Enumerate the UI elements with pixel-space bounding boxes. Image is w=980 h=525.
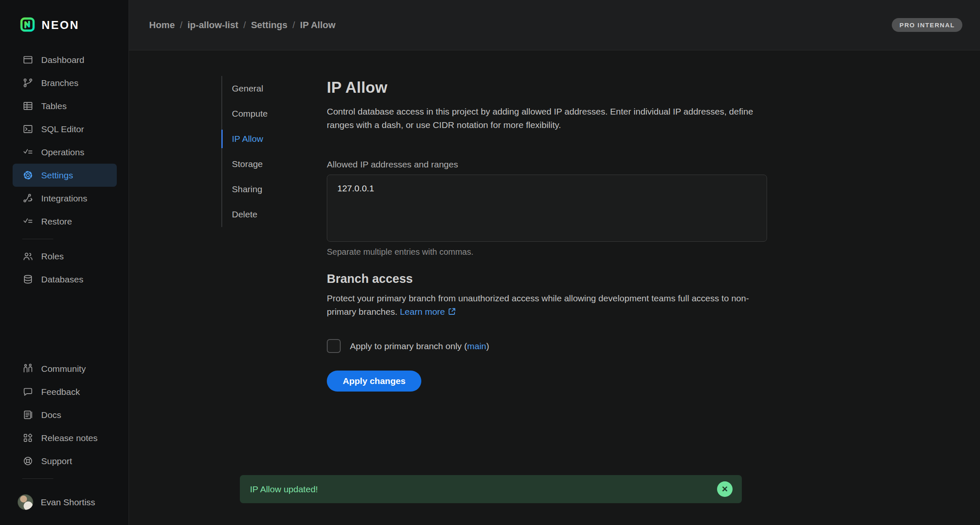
settings-page: General Compute IP Allow Storage Sharing… bbox=[129, 50, 980, 525]
tab-delete[interactable]: Delete bbox=[222, 202, 327, 227]
plan-badge: PRO INTERNAL bbox=[892, 18, 962, 32]
settings-sub-nav: General Compute IP Allow Storage Sharing… bbox=[221, 76, 327, 227]
sidebar-divider bbox=[22, 478, 53, 479]
user-menu[interactable]: Evan Shortiss bbox=[18, 494, 129, 510]
neon-logo-icon bbox=[20, 17, 35, 34]
sidebar-item-databases[interactable]: Databases bbox=[13, 268, 117, 291]
tab-compute[interactable]: Compute bbox=[222, 101, 327, 126]
lifebuoy-icon bbox=[22, 455, 34, 467]
tab-sharing[interactable]: Sharing bbox=[222, 177, 327, 202]
sidebar-item-branches[interactable]: Branches bbox=[13, 71, 117, 94]
integrations-icon bbox=[22, 193, 34, 204]
tab-storage[interactable]: Storage bbox=[222, 151, 327, 177]
tab-ip-allow[interactable]: IP Allow bbox=[222, 126, 327, 151]
sidebar-item-integrations[interactable]: Integrations bbox=[13, 187, 117, 210]
ip-field-label: Allowed IP addresses and ranges bbox=[327, 159, 767, 170]
sidebar-item-support[interactable]: Support bbox=[13, 449, 117, 473]
speech-bubble-icon bbox=[22, 386, 34, 397]
top-header: Home / ip-allow-list / Settings / IP All… bbox=[129, 0, 980, 50]
main-branch-link[interactable]: main bbox=[467, 341, 486, 351]
sidebar-item-docs[interactable]: Docs bbox=[13, 403, 117, 426]
restore-icon bbox=[22, 216, 34, 227]
branch-access-title: Branch access bbox=[327, 272, 767, 286]
sidebar-item-sql-editor[interactable]: SQL Editor bbox=[13, 118, 117, 141]
sidebar-item-release-notes[interactable]: Release notes bbox=[13, 426, 117, 449]
user-name: Evan Shortiss bbox=[41, 497, 95, 507]
breadcrumb-ip-allow: IP Allow bbox=[300, 20, 335, 31]
page-description: Control database access in this project … bbox=[327, 105, 767, 132]
toast-message: IP Allow updated! bbox=[250, 484, 318, 494]
sidebar-spacer bbox=[0, 291, 129, 357]
main-column: Home / ip-allow-list / Settings / IP All… bbox=[129, 0, 980, 525]
primary-branch-checkbox[interactable] bbox=[327, 339, 341, 353]
ip-allow-panel: IP Allow Control database access in this… bbox=[327, 79, 767, 525]
sidebar-item-restore[interactable]: Restore bbox=[13, 210, 117, 233]
release-notes-icon bbox=[22, 432, 34, 444]
toast-close-button[interactable]: ✕ bbox=[717, 481, 733, 497]
database-icon bbox=[22, 274, 34, 285]
sidebar-secondary-nav: Roles Databases bbox=[0, 245, 129, 291]
document-icon bbox=[22, 409, 34, 421]
apply-changes-button[interactable]: Apply changes bbox=[327, 371, 421, 392]
external-link-icon bbox=[447, 306, 456, 320]
breadcrumb: Home / ip-allow-list / Settings / IP All… bbox=[149, 20, 336, 31]
learn-more-link[interactable]: Learn more bbox=[400, 307, 445, 316]
community-icon bbox=[22, 363, 34, 374]
branches-icon bbox=[22, 77, 34, 89]
page-title: IP Allow bbox=[327, 79, 767, 97]
gear-icon bbox=[22, 170, 34, 181]
ip-addresses-textarea[interactable]: 127.0.0.1 bbox=[327, 175, 767, 242]
breadcrumb-settings[interactable]: Settings bbox=[251, 20, 287, 31]
operations-icon bbox=[22, 146, 34, 158]
sidebar-item-roles[interactable]: Roles bbox=[13, 245, 117, 268]
sidebar-item-community[interactable]: Community bbox=[13, 357, 117, 380]
breadcrumb-separator: / bbox=[243, 20, 246, 31]
primary-branch-checkbox-label: Apply to primary branch only (main) bbox=[350, 341, 489, 351]
sidebar-main-nav: Dashboard Branches Tables SQL Editor Ope… bbox=[0, 48, 129, 233]
brand-name: NEON bbox=[42, 19, 79, 32]
success-toast: IP Allow updated! ✕ bbox=[240, 475, 742, 503]
avatar bbox=[18, 494, 33, 510]
app-window: NEON Dashboard Branches Tables SQL Edito… bbox=[0, 0, 980, 525]
sidebar: NEON Dashboard Branches Tables SQL Edito… bbox=[0, 0, 129, 525]
tables-icon bbox=[22, 100, 34, 112]
tab-general[interactable]: General bbox=[222, 76, 327, 101]
ip-field-helper: Separate multiple entries with commas. bbox=[327, 247, 767, 257]
sidebar-divider bbox=[22, 239, 53, 239]
sidebar-item-settings[interactable]: Settings bbox=[13, 164, 117, 187]
brand-logo[interactable]: NEON bbox=[20, 16, 129, 34]
sidebar-footer-nav: Community Feedback Docs Release notes Su… bbox=[0, 357, 129, 473]
breadcrumb-project[interactable]: ip-allow-list bbox=[187, 20, 238, 31]
branch-access-description: Protect your primary branch from unautho… bbox=[327, 292, 767, 320]
sql-editor-icon bbox=[22, 123, 34, 135]
sidebar-item-dashboard[interactable]: Dashboard bbox=[13, 48, 117, 71]
sidebar-item-feedback[interactable]: Feedback bbox=[13, 380, 117, 403]
close-icon: ✕ bbox=[722, 485, 728, 493]
sidebar-item-operations[interactable]: Operations bbox=[13, 141, 117, 164]
users-icon bbox=[22, 251, 34, 262]
breadcrumb-separator: / bbox=[292, 20, 295, 31]
sidebar-item-tables[interactable]: Tables bbox=[13, 94, 117, 118]
primary-branch-option: Apply to primary branch only (main) bbox=[327, 339, 767, 353]
breadcrumb-separator: / bbox=[180, 20, 182, 31]
dashboard-icon bbox=[22, 54, 34, 65]
breadcrumb-home[interactable]: Home bbox=[149, 20, 175, 31]
